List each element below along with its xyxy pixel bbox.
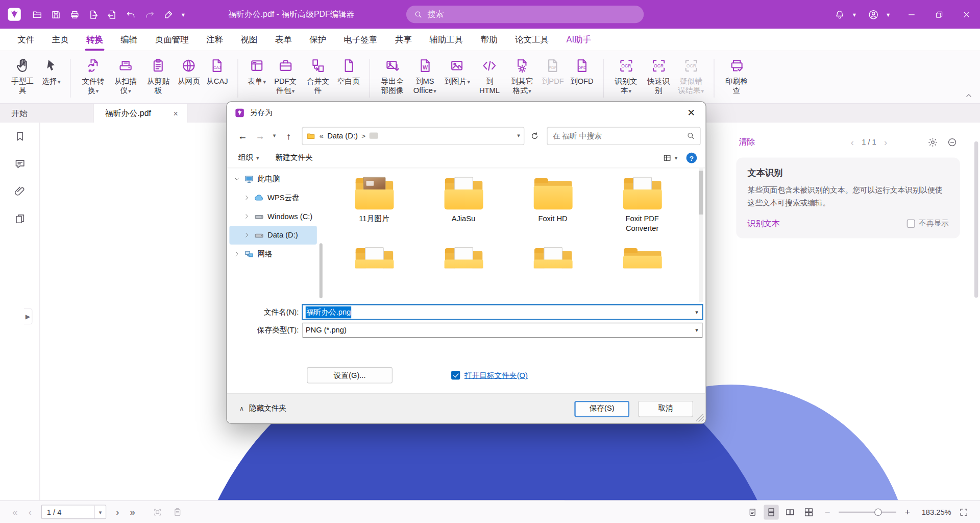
quick-toolbar-chevron-down-icon[interactable]: ▾ — [178, 11, 189, 17]
folder-item[interactable] — [598, 247, 687, 269]
prev-notification-chevron-left-icon[interactable]: ‹ — [845, 137, 859, 148]
document-tab[interactable]: 开始 × — [0, 104, 94, 123]
address-bar[interactable]: « Data (D:) > ▾ — [302, 127, 524, 145]
fullscreen-button[interactable] — [956, 505, 971, 519]
hide-folders-button[interactable]: ∧ 隐藏文件夹 — [239, 403, 286, 414]
tree-item[interactable]: WPS云盘 — [229, 188, 316, 207]
page-number-input[interactable]: 1 / 4 ▾ — [41, 505, 106, 519]
view-mode-button[interactable] — [782, 505, 797, 519]
back-button[interactable]: ← — [234, 128, 251, 144]
sidebar-panel-button[interactable] — [0, 205, 40, 233]
file-list-scroll極bar[interactable] — [699, 168, 703, 302]
recent-locations-chevron-down-icon[interactable]: ▾ — [270, 128, 280, 144]
menu-tab[interactable]: 编辑 — [112, 29, 146, 51]
recognize-text-link[interactable]: 识别文本 — [747, 218, 780, 229]
dismiss-option[interactable]: 不再显示 — [907, 218, 949, 229]
ribbon-button[interactable]: 到图片 — [441, 56, 473, 96]
quick-action-button[interactable] — [84, 5, 103, 24]
quick-action-button[interactable] — [140, 5, 159, 24]
ribbon-button[interactable]: 表单 — [244, 56, 269, 96]
dialog-close-button[interactable]: ✕ — [677, 102, 705, 124]
document-scrollbar[interactable] — [974, 137, 978, 488]
page-nav-button[interactable]: ‹ — [24, 507, 36, 517]
filetype-chevron-down-icon[interactable]: ▾ — [695, 327, 698, 333]
quick-action-button[interactable] — [121, 5, 140, 24]
tree-chevron-right-icon[interactable] — [243, 194, 251, 202]
page-chevron-down-icon[interactable]: ▾ — [94, 505, 106, 518]
status-tool-button[interactable] — [150, 505, 165, 519]
notifications-chevron-down-icon[interactable]: ▾ — [849, 11, 860, 17]
tree-item[interactable]: 网络 — [229, 245, 316, 264]
next-notification-chevron-right-icon[interactable]: › — [879, 137, 893, 148]
change-view-button[interactable]: ▾ — [663, 153, 678, 162]
quick-action-button[interactable] — [159, 5, 178, 24]
tree-chevron-right-icon[interactable] — [233, 250, 241, 258]
folder-item[interactable] — [508, 247, 598, 269]
folder-item[interactable]: AJiaSu — [419, 177, 508, 233]
sidebar-expand-handle[interactable]: ▶ — [24, 308, 33, 325]
ribbon-button[interactable]: 从网页 — [175, 56, 203, 96]
settings-button[interactable]: 设置(G)... — [307, 367, 393, 384]
sidebar-panel-button[interactable] — [0, 150, 40, 178]
folder-item[interactable]: Foxit PDF Converter — [598, 177, 687, 233]
quick-action-button[interactable] — [103, 5, 121, 24]
tree-chevron-right-icon[interactable] — [233, 175, 241, 183]
menu-tab[interactable]: 页面管理 — [146, 29, 198, 51]
zoom-out-button[interactable]: − — [821, 507, 834, 517]
ribbon-button[interactable]: 文件转换 — [77, 56, 110, 96]
zoom-slider-handle[interactable] — [874, 508, 882, 516]
filename-input[interactable]: 福昕办公.png ▾ — [303, 304, 703, 319]
ribbon-button[interactable]: 到HTML — [473, 56, 506, 96]
collapse-minus-circle-icon[interactable] — [947, 137, 958, 148]
view-mode-button[interactable] — [764, 505, 778, 519]
ribbon-collapse-chevron-up-icon[interactable] — [964, 91, 974, 101]
ribbon-button[interactable]: 从剪贴板 — [142, 56, 175, 96]
tree-scrollbar-thumb[interactable] — [320, 243, 323, 298]
quick-action-button[interactable] — [46, 5, 65, 24]
tree-item[interactable]: Data (D:) — [229, 226, 316, 245]
ribbon-button[interactable]: 合并文件 — [302, 56, 334, 96]
zoom-slider[interactable] — [839, 506, 896, 518]
page-nav-button[interactable]: « — [9, 507, 21, 517]
new-folder-button[interactable]: 新建文件夹 — [275, 153, 312, 163]
account-chevron-down-icon[interactable]: ▾ — [883, 11, 894, 17]
restore-button[interactable] — [925, 0, 952, 29]
dialog-search-input[interactable]: 在 福昕 中搜索 — [547, 127, 700, 145]
sidebar-panel-button[interactable] — [0, 178, 40, 205]
refresh-button[interactable] — [526, 127, 543, 145]
tree-chevron-right-icon[interactable] — [243, 231, 251, 239]
breadcrumb-segment[interactable]: Data (D:) — [327, 131, 358, 140]
page-nav-button[interactable]: » — [126, 507, 138, 517]
ribbon-button[interactable]: CAJ 从CAJ — [203, 56, 231, 96]
menu-tab[interactable]: AI助手 — [557, 29, 600, 51]
menu-tab[interactable]: 主页 — [43, 29, 77, 51]
filename-chevron-down-icon[interactable]: ▾ — [695, 309, 698, 315]
status-tool-button[interactable] — [170, 505, 185, 519]
breadcrumb-current-folder[interactable] — [369, 133, 378, 139]
tree-item[interactable]: Windows (C:) — [229, 207, 316, 226]
sidebar-panel-button[interactable] — [0, 123, 40, 150]
file-list-scrollbar-thumb[interactable] — [699, 171, 703, 215]
forward-button[interactable]: → — [252, 128, 268, 144]
ribbon-button[interactable]: 选择 — [39, 56, 64, 96]
dismiss-checkbox[interactable] — [907, 220, 915, 228]
quick-action-button[interactable] — [65, 5, 84, 24]
ribbon-button[interactable]: 手型工具 — [6, 56, 39, 96]
menu-tab[interactable]: 保护 — [301, 29, 335, 51]
folder-item[interactable] — [329, 247, 419, 269]
zoom-in-button[interactable]: + — [901, 507, 914, 517]
menu-tab[interactable]: 视图 — [232, 29, 266, 51]
menu-tab[interactable]: 转换 — [78, 29, 112, 51]
save-button[interactable]: 保存(S) — [574, 400, 629, 417]
document-tab[interactable]: 福昕办公.pdf × — [94, 104, 188, 123]
ribbon-button[interactable]: OCR 快速识别 — [642, 56, 675, 96]
folder-item[interactable]: 11月图片 — [329, 177, 419, 233]
account-button[interactable] — [864, 5, 883, 24]
up-button[interactable]: ↑ — [281, 128, 297, 144]
filetype-select[interactable]: PNG (*.png) ▾ — [303, 323, 703, 338]
help-button[interactable]: ? — [686, 153, 697, 163]
view-mode-button[interactable] — [801, 505, 816, 519]
view-mode-button[interactable] — [745, 505, 760, 519]
ribbon-button[interactable]: OCR 识别文本 — [610, 56, 643, 96]
page-nav-button[interactable]: › — [111, 507, 124, 517]
